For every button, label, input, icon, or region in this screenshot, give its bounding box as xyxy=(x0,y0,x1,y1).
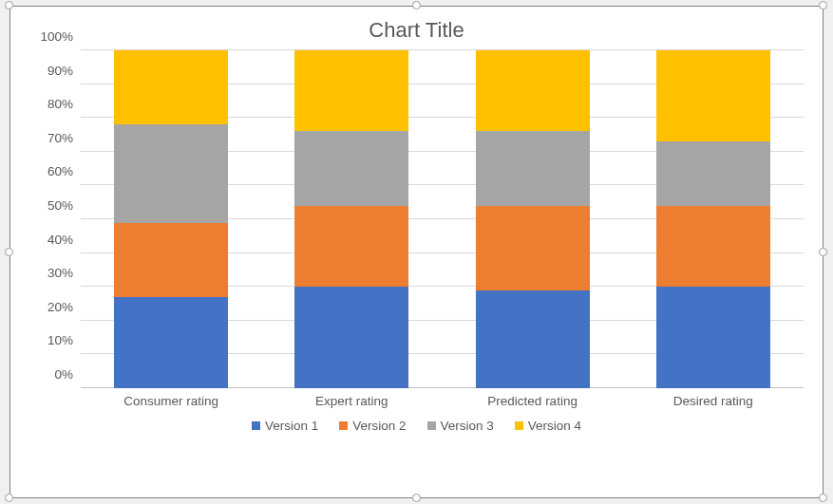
bar-segment[interactable] xyxy=(656,50,770,141)
y-tick-label: 40% xyxy=(28,232,73,246)
resize-handle-icon[interactable] xyxy=(412,494,421,502)
legend-swatch-icon xyxy=(515,421,523,430)
bar-segment[interactable] xyxy=(114,50,228,124)
legend-item[interactable]: Version 3 xyxy=(427,419,494,433)
chart-title[interactable]: Chart Title xyxy=(10,7,823,47)
bar-column[interactable] xyxy=(114,50,228,388)
bar-column[interactable] xyxy=(656,50,770,388)
legend-swatch-icon xyxy=(427,421,436,430)
y-tick-label: 20% xyxy=(28,299,73,313)
bar-segment[interactable] xyxy=(656,141,770,206)
y-tick-label: 80% xyxy=(28,97,73,111)
y-tick-label: 90% xyxy=(28,63,73,77)
y-tick-label: 50% xyxy=(28,198,73,213)
legend-swatch-icon xyxy=(339,421,348,430)
bar-segment[interactable] xyxy=(114,297,228,388)
bar-segment[interactable] xyxy=(114,223,228,297)
plot-area[interactable] xyxy=(81,50,804,388)
resize-handle-icon[interactable] xyxy=(5,494,13,502)
plot-wrap: 0% 10% 20% 30% 40% 50% 60% 70% 80% 90% 1… xyxy=(28,50,805,411)
legend-item[interactable]: Version 2 xyxy=(339,419,406,433)
resize-handle-icon[interactable] xyxy=(819,248,827,256)
bar-segment[interactable] xyxy=(476,206,590,290)
resize-handle-icon[interactable] xyxy=(819,494,827,502)
bars-container xyxy=(81,50,804,388)
legend-label: Version 1 xyxy=(265,419,318,433)
bar-segment[interactable] xyxy=(294,131,408,205)
bar-stack xyxy=(294,50,408,388)
chart-object[interactable]: Chart Title 0% 10% 20% 30% 40% 50% 60% 7… xyxy=(9,6,824,498)
bar-stack xyxy=(476,50,590,388)
bar-segment[interactable] xyxy=(476,290,590,388)
resize-handle-icon[interactable] xyxy=(819,1,827,9)
x-tick-label: Consumer rating xyxy=(95,390,247,411)
legend-swatch-icon xyxy=(252,421,260,430)
bar-segment[interactable] xyxy=(294,50,408,131)
y-tick-label: 0% xyxy=(28,367,73,382)
resize-handle-icon[interactable] xyxy=(5,248,13,256)
y-tick-label: 10% xyxy=(28,333,73,347)
bar-segment[interactable] xyxy=(294,287,408,388)
bar-segment[interactable] xyxy=(476,50,590,131)
legend[interactable]: Version 1 Version 2 Version 3 Version 4 xyxy=(10,411,823,442)
x-axis[interactable]: Consumer rating Expert rating Predicted … xyxy=(81,390,804,411)
legend-label: Version 2 xyxy=(352,419,406,433)
y-tick-label: 60% xyxy=(28,164,73,178)
x-tick-label: Predicted rating xyxy=(457,390,609,411)
y-axis[interactable]: 0% 10% 20% 30% 40% 50% 60% 70% 80% 90% 1… xyxy=(28,50,79,411)
bar-stack xyxy=(114,50,228,388)
bar-segment[interactable] xyxy=(656,206,770,287)
bar-segment[interactable] xyxy=(656,287,770,388)
bar-segment[interactable] xyxy=(476,131,590,205)
x-tick-label: Desired rating xyxy=(637,390,789,411)
legend-label: Version 3 xyxy=(441,419,494,433)
bar-segment[interactable] xyxy=(294,206,408,287)
y-tick-label: 30% xyxy=(28,266,73,280)
y-tick-label: 100% xyxy=(28,29,73,44)
x-tick-label: Expert rating xyxy=(275,390,427,411)
y-tick-label: 70% xyxy=(28,130,73,144)
legend-label: Version 4 xyxy=(528,419,581,433)
bar-column[interactable] xyxy=(476,50,590,388)
legend-item[interactable]: Version 1 xyxy=(252,419,318,433)
resize-handle-icon[interactable] xyxy=(5,1,13,9)
bar-stack xyxy=(656,50,770,388)
bar-column[interactable] xyxy=(294,50,408,388)
legend-item[interactable]: Version 4 xyxy=(515,419,581,433)
resize-handle-icon[interactable] xyxy=(412,1,421,9)
bar-segment[interactable] xyxy=(114,124,228,222)
